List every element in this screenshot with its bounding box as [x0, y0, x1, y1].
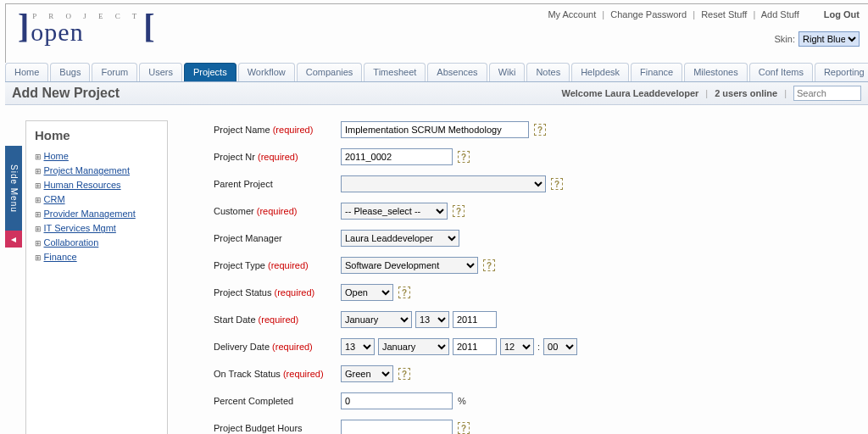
tab-finance[interactable]: Finance — [631, 63, 682, 81]
side-menu-tab[interactable]: Side Menu — [5, 146, 22, 231]
tab-reporting[interactable]: Reporting — [815, 63, 868, 81]
sidebar-title: Home — [35, 128, 159, 142]
help-icon[interactable]: ? — [398, 368, 410, 380]
start-day-select[interactable]: 13 — [415, 311, 449, 328]
tab-users[interactable]: Users — [139, 63, 182, 81]
link-log-out[interactable]: Log Out — [824, 9, 860, 19]
sidebar-link[interactable]: CRM — [44, 194, 65, 204]
delivery-year-input[interactable] — [453, 338, 497, 355]
label-project-status: Project Status — [214, 287, 271, 298]
start-month-select[interactable]: January — [341, 311, 412, 328]
sidebar-item-provider-management[interactable]: Provider Management — [35, 207, 159, 221]
main-tabs: HomeBugsForumUsersProjectsWorkflowCompan… — [5, 63, 868, 82]
page-title: Add New Project — [12, 86, 120, 101]
help-icon[interactable]: ? — [534, 124, 546, 136]
skin-label: Skin: — [775, 34, 795, 44]
delivery-minute-select[interactable]: 00 — [543, 338, 577, 355]
project-manager-select[interactable]: Laura Leaddeveloper — [341, 230, 459, 247]
label-percent-completed: Percent Completed — [214, 396, 341, 406]
percent-symbol: % — [458, 396, 466, 406]
delivery-day-select[interactable]: 13 — [341, 338, 375, 355]
tab-projects[interactable]: Projects — [184, 63, 236, 81]
users-online-link[interactable]: 2 users online — [715, 88, 777, 98]
search-input[interactable] — [793, 86, 861, 101]
sidebar-item-crm[interactable]: CRM — [35, 192, 159, 207]
tab-workflow[interactable]: Workflow — [238, 63, 295, 81]
label-customer: Customer — [214, 206, 254, 216]
project-nr-input[interactable] — [341, 148, 453, 165]
sidebar-item-it-services-mgmt[interactable]: IT Services Mgmt — [35, 221, 159, 236]
project-type-select[interactable]: Software Development — [341, 257, 478, 274]
new-project-form: Project Name (required) ? Project Nr (re… — [214, 120, 577, 434]
brand-logo: ] P R O J E C T open [ — [18, 9, 155, 43]
label-project-nr: Project Nr — [214, 152, 255, 162]
link-change-password[interactable]: Change Password — [610, 9, 687, 19]
label-on-track: On Track Status — [214, 369, 281, 379]
label-start-date: Start Date — [214, 314, 256, 325]
label-project-manager: Project Manager — [214, 233, 341, 243]
sidebar-panel: Home HomeProject ManagementHuman Resourc… — [25, 120, 168, 434]
tab-milestones[interactable]: Milestones — [684, 63, 748, 81]
sidebar-link[interactable]: Collaboration — [44, 237, 99, 248]
tab-notes[interactable]: Notes — [526, 63, 570, 81]
sidebar-item-home[interactable]: Home — [35, 149, 159, 164]
sidebar-link[interactable]: Provider Management — [44, 209, 136, 219]
help-icon[interactable]: ? — [453, 205, 465, 217]
bracket-left-icon: ] — [18, 9, 29, 43]
sidebar-item-project-management[interactable]: Project Management — [35, 164, 159, 178]
percent-completed-input[interactable] — [341, 392, 453, 409]
project-name-input[interactable] — [341, 121, 529, 138]
budget-hours-input[interactable] — [341, 420, 453, 434]
label-delivery-date: Delivery Date — [214, 342, 270, 352]
label-parent-project: Parent Project — [214, 179, 341, 189]
link-reset-stuff[interactable]: Reset Stuff — [701, 9, 747, 19]
tab-absences[interactable]: Absences — [427, 63, 487, 81]
help-icon[interactable]: ? — [458, 151, 470, 163]
sidebar-item-finance[interactable]: Finance — [35, 250, 159, 264]
sidebar-item-human-resources[interactable]: Human Resources — [35, 178, 159, 192]
label-project-name: Project Name — [214, 125, 270, 135]
help-icon[interactable]: ? — [551, 178, 563, 190]
welcome-text: Welcome Laura Leaddeveloper — [561, 88, 698, 98]
help-icon[interactable]: ? — [458, 422, 470, 434]
side-menu-expand-icon[interactable]: ◂ — [5, 231, 22, 248]
project-status-select[interactable]: Open — [341, 284, 393, 301]
delivery-hour-select[interactable]: 12 — [500, 338, 534, 355]
sidebar-link[interactable]: Finance — [44, 252, 77, 262]
skin-select[interactable]: Right Blue — [798, 31, 860, 47]
sidebar-link[interactable]: Project Management — [44, 165, 131, 175]
help-icon[interactable]: ? — [483, 259, 495, 271]
label-budget-hours: Project Budget Hours — [214, 423, 341, 433]
brand-open-word: open — [31, 20, 142, 43]
link-my-account[interactable]: My Account — [548, 9, 596, 19]
tab-companies[interactable]: Companies — [297, 63, 363, 81]
tab-conf-items[interactable]: Conf Items — [749, 63, 813, 81]
tab-forum[interactable]: Forum — [92, 63, 137, 81]
sidebar-link[interactable]: Human Resources — [44, 180, 121, 190]
tab-home[interactable]: Home — [5, 63, 48, 81]
customer-select[interactable]: -- Please_select -- — [341, 203, 448, 220]
help-icon[interactable]: ? — [398, 287, 410, 298]
parent-project-select[interactable] — [341, 175, 546, 192]
sidebar-link[interactable]: IT Services Mgmt — [44, 223, 116, 233]
tab-helpdesk[interactable]: Helpdesk — [571, 63, 629, 81]
tab-timesheet[interactable]: Timesheet — [364, 63, 426, 81]
sidebar-link[interactable]: Home — [44, 151, 69, 161]
tab-bugs[interactable]: Bugs — [50, 63, 90, 81]
delivery-month-select[interactable]: January — [378, 338, 449, 355]
label-project-type: Project Type — [214, 260, 265, 270]
sidebar-item-collaboration[interactable]: Collaboration — [35, 236, 159, 250]
on-track-select[interactable]: Green — [341, 365, 393, 382]
tab-wiki[interactable]: Wiki — [489, 63, 526, 81]
bracket-right-icon: [ — [143, 9, 154, 43]
start-year-input[interactable] — [453, 311, 497, 328]
link-add-stuff[interactable]: Add Stuff — [761, 9, 799, 19]
